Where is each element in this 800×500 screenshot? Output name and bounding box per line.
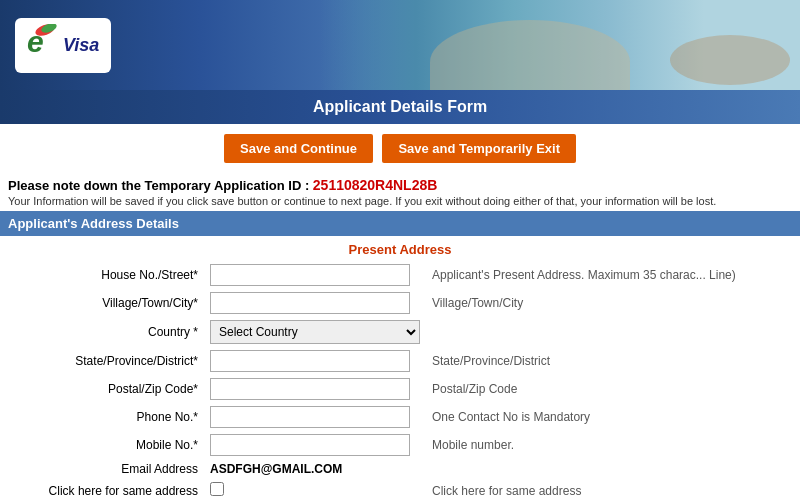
present-address-header: Present Address <box>4 236 796 261</box>
table-row: Click here for same address Click here f… <box>4 479 796 500</box>
phone-hint: One Contact No is Mandatory <box>426 403 796 431</box>
state-input[interactable] <box>210 350 410 372</box>
postal-hint: Postal/Zip Code <box>426 375 796 403</box>
same-address-hint: Click here for same address <box>426 479 796 500</box>
logo-area: e Visa <box>0 8 126 83</box>
same-address-label: Click here for same address <box>4 479 204 500</box>
table-row: Mobile No.* Mobile number. <box>4 431 796 459</box>
email-label: Email Address <box>4 459 204 479</box>
village-hint: Village/Town/City <box>426 289 796 317</box>
email-value-cell: ASDFGH@GMAIL.COM <box>204 459 426 479</box>
page-header: e Visa <box>0 0 800 90</box>
email-display: ASDFGH@GMAIL.COM <box>210 462 342 476</box>
country-hint <box>426 317 796 347</box>
mobile-label: Mobile No.* <box>4 431 204 459</box>
village-label: Village/Town/City* <box>4 289 204 317</box>
email-hint <box>426 459 796 479</box>
building-silhouette <box>430 20 630 90</box>
action-buttons-row: Save and Continue Save and Temporarily E… <box>0 124 800 173</box>
notice-area: Please note down the Temporary Applicati… <box>0 173 800 211</box>
notice-info: Your Information will be saved if you cl… <box>8 195 792 207</box>
table-row: State/Province/District* State/Province/… <box>4 347 796 375</box>
application-id-value: 25110820R4NL28B <box>313 177 438 193</box>
table-row: Postal/Zip Code* Postal/Zip Code <box>4 375 796 403</box>
save-continue-button[interactable]: Save and Continue <box>224 134 373 163</box>
country-label: Country * <box>4 317 204 347</box>
header-decoration <box>400 0 800 90</box>
logo-box: e Visa <box>15 18 111 73</box>
house-street-input-cell <box>204 261 426 289</box>
mobile-hint: Mobile number. <box>426 431 796 459</box>
house-street-hint: Applicant's Present Address. Maximum 35 … <box>426 261 796 289</box>
state-input-cell <box>204 347 426 375</box>
phone-input[interactable] <box>210 406 410 428</box>
table-row: Country * Select Country India USA UK Ca… <box>4 317 796 347</box>
application-id-notice: Please note down the Temporary Applicati… <box>8 177 792 193</box>
logo-e-letter: e <box>27 24 59 67</box>
same-address-checkbox-cell <box>204 479 426 500</box>
address-section-header: Applicant's Address Details <box>0 211 800 236</box>
phone-input-cell <box>204 403 426 431</box>
page-title: Applicant Details Form <box>313 98 487 115</box>
save-exit-button[interactable]: Save and Temporarily Exit <box>382 134 576 163</box>
e-visa-logo-svg: e <box>27 24 59 60</box>
postal-input-cell <box>204 375 426 403</box>
logo-visa-text: Visa <box>63 35 99 56</box>
postal-input[interactable] <box>210 378 410 400</box>
boat-silhouette <box>670 35 790 85</box>
country-select-cell: Select Country India USA UK Canada Austr… <box>204 317 426 347</box>
postal-label: Postal/Zip Code* <box>4 375 204 403</box>
village-input[interactable] <box>210 292 410 314</box>
present-address-table: House No./Street* Applicant's Present Ad… <box>4 261 796 500</box>
mobile-input-cell <box>204 431 426 459</box>
same-address-checkbox[interactable] <box>210 482 224 496</box>
house-street-input[interactable] <box>210 264 410 286</box>
page-title-bar: Applicant Details Form <box>0 90 800 124</box>
state-label: State/Province/District* <box>4 347 204 375</box>
table-row: Phone No.* One Contact No is Mandatory <box>4 403 796 431</box>
mobile-input[interactable] <box>210 434 410 456</box>
country-select[interactable]: Select Country India USA UK Canada Austr… <box>210 320 420 344</box>
table-row: Village/Town/City* Village/Town/City <box>4 289 796 317</box>
table-row: Email Address ASDFGH@GMAIL.COM <box>4 459 796 479</box>
phone-label: Phone No.* <box>4 403 204 431</box>
address-section-title: Applicant's Address Details <box>8 216 179 231</box>
village-input-cell <box>204 289 426 317</box>
table-row: House No./Street* Applicant's Present Ad… <box>4 261 796 289</box>
present-address-form: Present Address House No./Street* Applic… <box>0 236 800 500</box>
notice-prefix: Please note down the Temporary Applicati… <box>8 178 313 193</box>
house-street-label: House No./Street* <box>4 261 204 289</box>
state-hint: State/Province/District <box>426 347 796 375</box>
